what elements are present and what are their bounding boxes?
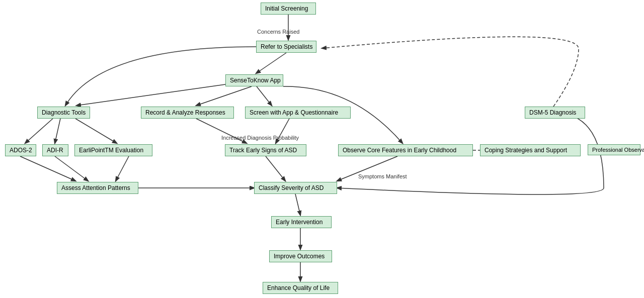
diagram-container: Initial Screening Refer to Specialists S… (0, 0, 644, 298)
node-assess-attention: Assess Attention Patterns (57, 182, 138, 194)
node-classify: Classify Severity of ASD (254, 182, 337, 194)
node-refer-specialists: Refer to Specialists (256, 41, 316, 53)
node-adir: ADI-R (42, 144, 68, 156)
svg-line-1 (256, 53, 286, 73)
svg-line-8 (20, 156, 75, 181)
node-coping: Coping Strategies and Support (480, 144, 581, 156)
label-increased-diagnosis: Increased Diagnosis Probability (221, 135, 299, 141)
node-earlipoint: EarliPointTM Evaluation (74, 144, 152, 156)
svg-line-17 (295, 194, 300, 215)
label-concerns-raised: Concerns Raised (257, 29, 299, 35)
svg-line-2 (76, 81, 247, 106)
node-screen-app: Screen with App & Questionnaire (245, 107, 351, 119)
node-record-analyze: Record & Analyze Responses (141, 107, 234, 119)
svg-line-3 (196, 86, 252, 106)
svg-line-5 (25, 119, 53, 143)
node-early-intervention: Early Intervention (271, 216, 332, 228)
node-improve-outcomes: Improve Outcomes (269, 250, 332, 262)
svg-line-4 (257, 86, 272, 106)
node-sensetoknow: SenseToKnow App (225, 74, 283, 86)
svg-line-9 (55, 156, 88, 181)
svg-line-7 (75, 119, 117, 143)
svg-line-10 (116, 156, 129, 181)
svg-line-13 (266, 156, 285, 181)
node-professional-obs: Professional Observation (588, 144, 640, 155)
node-dsm5: DSM-5 Diagnosis (525, 107, 585, 119)
node-ados2: ADOS-2 (5, 144, 36, 156)
node-enhance-quality: Enhance Quality of Life (263, 282, 338, 294)
label-symptoms-manifest: Symptoms Manifest (358, 173, 407, 179)
node-diagnostic-tools: Diagnostic Tools (37, 107, 90, 119)
node-initial-screening: Initial Screening (261, 3, 316, 15)
svg-line-6 (55, 119, 60, 143)
node-observe-core: Observe Core Features in Early Childhood (338, 144, 473, 156)
node-track-early: Track Early Signs of ASD (225, 144, 306, 156)
